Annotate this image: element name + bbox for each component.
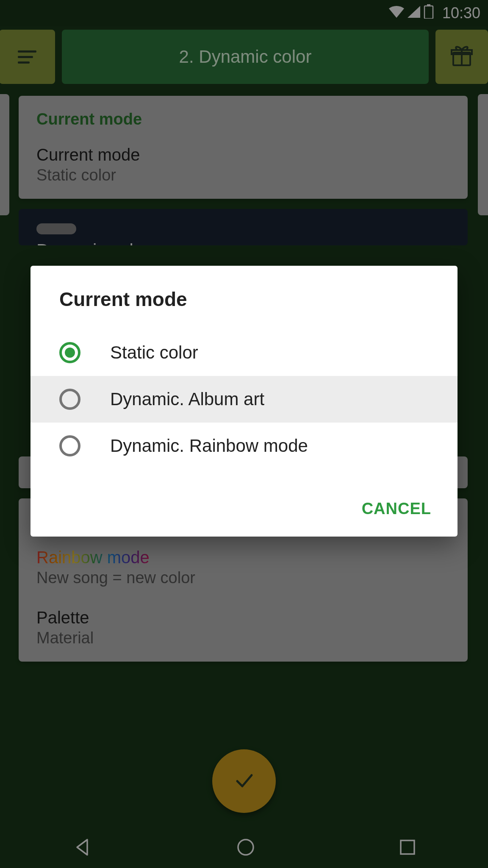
cancel-button[interactable]: CANCEL (362, 500, 431, 518)
option-label: Static color (110, 342, 198, 363)
option-dynamic-album-art[interactable]: Dynamic. Album art (30, 376, 458, 423)
dialog-title: Current mode (30, 266, 458, 329)
radio-checked-icon (59, 342, 80, 363)
option-static-color[interactable]: Static color (30, 329, 458, 376)
radio-unchecked-icon (59, 389, 80, 410)
option-label: Dynamic. Rainbow mode (110, 436, 308, 456)
option-label: Dynamic. Album art (110, 389, 264, 409)
option-dynamic-rainbow[interactable]: Dynamic. Rainbow mode (30, 423, 458, 469)
current-mode-dialog: Current mode Static color Dynamic. Album… (30, 266, 458, 537)
dialog-actions: CANCEL (30, 469, 458, 533)
radio-unchecked-icon (59, 435, 80, 456)
